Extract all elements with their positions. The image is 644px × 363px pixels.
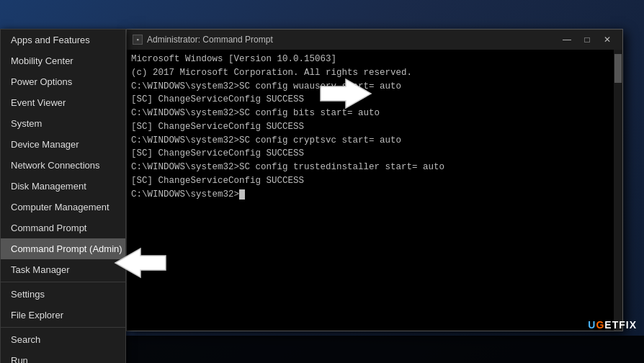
cmd-content[interactable]: Microsoft Windows [Version 10.0.15063](c… xyxy=(127,50,614,331)
watermark-rest: ETFIX xyxy=(604,319,637,331)
menu-item-event-viewer[interactable]: Event Viewer xyxy=(1,92,125,113)
minimize-button[interactable]: — xyxy=(558,32,576,47)
cmd-line: C:\WINDOWS\system32>SC config wuauserv s… xyxy=(131,80,609,94)
cmd-title: Administrator: Command Prompt xyxy=(147,35,273,45)
menu-item-run[interactable]: Run xyxy=(1,350,125,363)
menu-item-device-manager[interactable]: Device Manager xyxy=(1,134,125,155)
cmd-line: C:\WINDOWS\system32> xyxy=(131,188,609,202)
cmd-line: [SC] ChangeServiceConfig SUCCESS xyxy=(131,120,609,134)
context-menu: Apps and FeaturesMobility CenterPower Op… xyxy=(0,29,126,363)
desktop: Apps and FeaturesMobility CenterPower Op… xyxy=(0,0,644,363)
cmd-scroll-thumb[interactable] xyxy=(614,54,622,83)
cmd-line: [SC] ChangeServiceConfig SUCCESS xyxy=(131,174,609,188)
menu-item-mobility-center[interactable]: Mobility Center xyxy=(1,50,125,71)
menu-item-disk-management[interactable]: Disk Management xyxy=(1,176,125,197)
cmd-line: Microsoft Windows [Version 10.0.15063] xyxy=(131,53,609,66)
cmd-line: C:\WINDOWS\system32>SC config bits start… xyxy=(131,107,609,120)
menu-item-settings[interactable]: Settings xyxy=(1,284,125,305)
cmd-titlebar-left: ▪ Administrator: Command Prompt xyxy=(133,35,273,45)
watermark-u: U xyxy=(588,319,596,331)
cmd-line: [SC] ChangeServiceConfig SUCCESS xyxy=(131,93,609,107)
maximize-button[interactable]: □ xyxy=(578,32,596,47)
menu-item-power-options[interactable]: Power Options xyxy=(1,71,125,92)
cmd-body: Microsoft Windows [Version 10.0.15063](c… xyxy=(127,50,622,331)
cmd-window: ▪ Administrator: Command Prompt — □ ✕ Mi… xyxy=(126,29,623,331)
watermark-g: G xyxy=(596,319,604,331)
cmd-app-icon: ▪ xyxy=(133,35,143,45)
menu-item-computer-management[interactable]: Computer Management xyxy=(1,197,125,218)
cmd-line: C:\WINDOWS\system32>SC config cryptsvc s… xyxy=(131,134,609,148)
cmd-line: (c) 2017 Microsoft Corporation. All righ… xyxy=(131,66,609,80)
menu-item-network-connections[interactable]: Network Connections xyxy=(1,155,125,176)
watermark: UGETFIX xyxy=(588,319,637,331)
separator-after-file-explorer xyxy=(1,327,125,328)
menu-item-task-manager[interactable]: Task Manager xyxy=(1,259,125,280)
menu-item-system[interactable]: System xyxy=(1,113,125,134)
menu-item-file-explorer[interactable]: File Explorer xyxy=(1,305,125,326)
menu-item-command-prompt[interactable]: Command Prompt xyxy=(1,218,125,238)
menu-item-apps-features[interactable]: Apps and Features xyxy=(1,30,125,50)
close-button[interactable]: ✕ xyxy=(598,32,617,47)
cmd-titlebar: ▪ Administrator: Command Prompt — □ ✕ xyxy=(127,30,622,50)
cmd-cursor xyxy=(239,189,245,200)
menu-item-search[interactable]: Search xyxy=(1,329,125,350)
menu-item-command-prompt-admin[interactable]: Command Prompt (Admin) xyxy=(1,238,125,259)
cmd-line: [SC] ChangeServiceConfig SUCCESS xyxy=(131,147,609,161)
cmd-line: C:\WINDOWS\system32>SC config trustedins… xyxy=(131,161,609,174)
cmd-titlebar-controls: — □ ✕ xyxy=(558,32,617,47)
cmd-scrollbar[interactable] xyxy=(614,50,622,331)
separator-after-task-manager xyxy=(1,282,125,282)
